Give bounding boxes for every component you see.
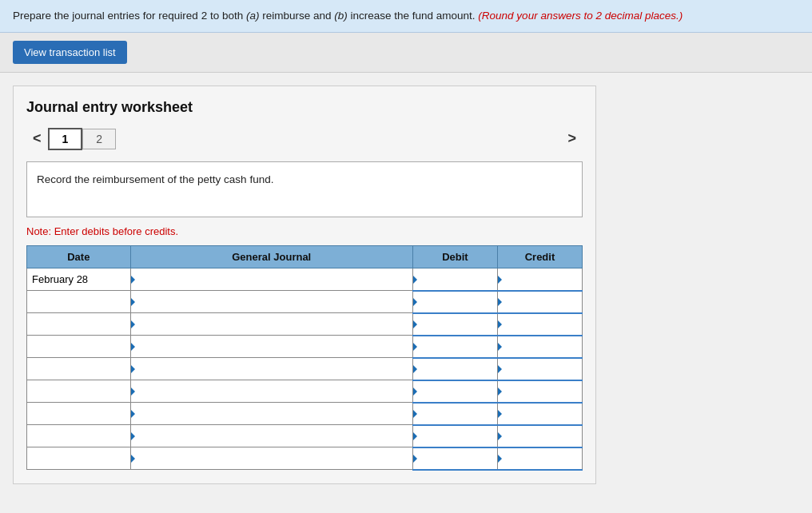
journal-input-9[interactable] [131, 447, 412, 469]
debit-input-5[interactable] [413, 359, 497, 380]
debit-cell-3[interactable] [412, 313, 497, 336]
italic-a: (a) [246, 10, 260, 22]
description-text: Record the reimbursement of the petty ca… [37, 173, 273, 185]
debit-input-7[interactable] [413, 404, 497, 424]
instruction-text: Prepare the journal entries for required… [13, 10, 478, 22]
debit-cell-4[interactable] [412, 336, 497, 358]
note-text: Note: Enter debits before credits. [26, 225, 583, 237]
worksheet-container: Journal entry worksheet < 1 2 > Record t… [13, 86, 596, 484]
table-row [27, 425, 583, 447]
journal-input-2[interactable] [131, 291, 412, 312]
credit-cell-6[interactable] [497, 380, 582, 403]
instruction-highlight: (Round your answers to 2 decimal places.… [478, 10, 683, 22]
debit-cell-1[interactable] [412, 268, 497, 291]
debit-input-6[interactable] [413, 381, 497, 402]
date-cell-3 [27, 313, 131, 336]
date-cell-1: February 28 [27, 268, 131, 291]
journal-cell-9[interactable] [130, 447, 412, 470]
credit-cell-1[interactable] [497, 268, 582, 291]
table-row [27, 358, 583, 380]
credit-input-9[interactable] [498, 448, 582, 469]
view-transaction-list-button[interactable]: View transaction list [13, 41, 127, 64]
debit-cell-2[interactable] [412, 291, 497, 313]
debit-input-8[interactable] [413, 426, 497, 447]
credit-input-4[interactable] [498, 336, 582, 357]
debit-cell-9[interactable] [412, 447, 497, 470]
prev-tab-arrow[interactable]: < [26, 127, 48, 150]
debit-input-4[interactable] [413, 336, 497, 357]
journal-table: Date General Journal Debit Credit Februa… [26, 245, 583, 471]
tab-navigation: < 1 2 > [26, 127, 583, 150]
next-tab-arrow[interactable]: > [561, 127, 583, 150]
instruction-bar: Prepare the journal entries for required… [0, 0, 812, 33]
journal-cell-3[interactable] [130, 313, 412, 336]
table-row [27, 403, 583, 425]
date-value-1: February 28 [32, 273, 88, 285]
journal-input-6[interactable] [131, 380, 412, 402]
credit-cell-8[interactable] [497, 425, 582, 447]
debit-cell-5[interactable] [412, 358, 497, 380]
worksheet-title: Journal entry worksheet [26, 99, 583, 116]
credit-cell-4[interactable] [497, 336, 582, 358]
col-header-journal: General Journal [130, 246, 412, 268]
debit-input-1[interactable] [413, 268, 497, 290]
journal-input-5[interactable] [131, 358, 412, 380]
col-header-debit: Debit [412, 246, 497, 268]
tab-1[interactable]: 1 [48, 128, 83, 150]
date-cell-8 [27, 425, 131, 447]
table-row [27, 313, 583, 336]
journal-input-4[interactable] [131, 336, 412, 357]
debit-input-9[interactable] [413, 448, 497, 469]
journal-input-8[interactable] [131, 425, 412, 447]
credit-input-7[interactable] [498, 404, 582, 424]
journal-input-3[interactable] [131, 313, 412, 335]
journal-cell-7[interactable] [130, 403, 412, 425]
debit-input-3[interactable] [413, 314, 497, 335]
table-row [27, 447, 583, 470]
date-cell-5 [27, 358, 131, 380]
journal-cell-1[interactable] [130, 268, 412, 291]
date-cell-2 [27, 291, 131, 313]
debit-cell-6[interactable] [412, 380, 497, 403]
date-cell-6 [27, 380, 131, 403]
table-row [27, 336, 583, 358]
table-row [27, 380, 583, 403]
journal-cell-2[interactable] [130, 291, 412, 313]
credit-cell-5[interactable] [497, 358, 582, 380]
toolbar: View transaction list [0, 33, 812, 73]
credit-cell-3[interactable] [497, 313, 582, 336]
journal-cell-8[interactable] [130, 425, 412, 447]
journal-cell-5[interactable] [130, 358, 412, 380]
credit-input-2[interactable] [498, 292, 582, 312]
date-cell-7 [27, 403, 131, 425]
debit-cell-7[interactable] [412, 403, 497, 425]
journal-cell-4[interactable] [130, 336, 412, 358]
credit-input-8[interactable] [498, 426, 582, 447]
credit-input-5[interactable] [498, 359, 582, 380]
date-cell-4 [27, 336, 131, 358]
col-header-credit: Credit [497, 246, 582, 268]
italic-b: (b) [334, 10, 348, 22]
credit-cell-7[interactable] [497, 403, 582, 425]
credit-cell-9[interactable] [497, 447, 582, 470]
description-box: Record the reimbursement of the petty ca… [26, 161, 583, 217]
table-row [27, 291, 583, 313]
table-row: February 28 [27, 268, 583, 291]
debit-cell-8[interactable] [412, 425, 497, 447]
col-header-date: Date [27, 246, 131, 268]
journal-input-7[interactable] [131, 403, 412, 424]
tab-2[interactable]: 2 [82, 129, 116, 149]
credit-input-6[interactable] [498, 381, 582, 402]
credit-input-3[interactable] [498, 314, 582, 335]
journal-input-1[interactable] [131, 268, 412, 290]
debit-input-2[interactable] [413, 292, 497, 312]
date-cell-9 [27, 447, 131, 470]
credit-input-1[interactable] [498, 268, 582, 290]
credit-cell-2[interactable] [497, 291, 582, 313]
journal-cell-6[interactable] [130, 380, 412, 403]
